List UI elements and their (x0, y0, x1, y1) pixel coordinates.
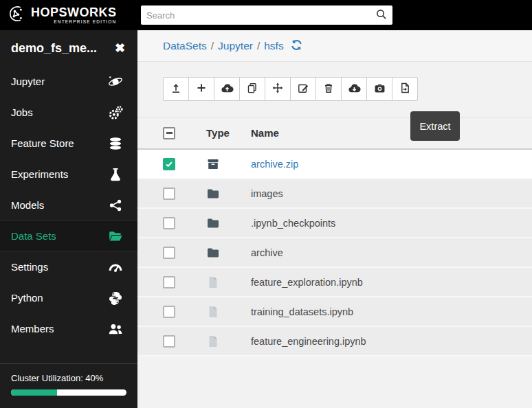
file-toolbar (163, 77, 417, 101)
file-icon (206, 275, 251, 289)
main-content: DataSets / Jupyter / hsfs (137, 30, 532, 408)
project-header: demo_fs_me... ✖ (0, 30, 137, 66)
hopsworks-logo[interactable]: HOPSWORKS ENTERPRISE EDITION (0, 4, 137, 26)
select-all-checkbox[interactable] (163, 127, 175, 139)
cluster-utilization: Cluster Utilization: 40% (0, 363, 137, 408)
create-new-button[interactable] (188, 77, 214, 101)
move-button[interactable] (265, 77, 291, 101)
people-icon (107, 321, 124, 337)
file-name[interactable]: training_datasets.ipynb (251, 306, 353, 317)
table-row[interactable]: images (137, 179, 532, 209)
gears-icon (107, 104, 124, 121)
edit-button[interactable] (290, 77, 316, 101)
row-checkbox[interactable] (163, 247, 175, 259)
folder-icon (206, 216, 251, 230)
top-bar: HOPSWORKS ENTERPRISE EDITION (0, 0, 532, 30)
archive-file-icon (206, 157, 251, 171)
breadcrumb-separator: / (211, 40, 214, 52)
upload-button[interactable] (163, 77, 189, 101)
logo-title: HOPSWORKS (31, 6, 117, 19)
cluster-progress-track (11, 389, 126, 396)
file-icon (206, 305, 251, 319)
search-icon[interactable] (375, 8, 387, 23)
sidebar: demo_fs_me... ✖ Jupyter Jobs Feature Sto… (0, 30, 137, 408)
breadcrumb-datasets[interactable]: DataSets (163, 40, 207, 52)
sidebar-item-label: Settings (11, 261, 48, 273)
sidebar-item-label: Jobs (11, 106, 33, 118)
file-name[interactable]: archive (251, 247, 283, 258)
extract-tooltip: Extract (410, 111, 460, 141)
delete-button[interactable] (315, 77, 342, 101)
camera-icon (373, 82, 386, 97)
refresh-button[interactable] (290, 39, 304, 53)
cloud-upload-button[interactable] (214, 77, 240, 101)
file-name[interactable]: feature_engineering.ipynb (251, 336, 366, 347)
table-header: Type Name (137, 117, 532, 150)
table-row[interactable]: training_datasets.ipynb (137, 297, 532, 327)
upload-icon (170, 82, 182, 96)
cloud-upload-icon (221, 82, 234, 97)
row-checkbox[interactable] (163, 306, 175, 318)
refresh-icon (290, 38, 303, 54)
breadcrumb-jupyter[interactable]: Jupyter (218, 40, 253, 52)
model-nodes-icon (107, 197, 124, 214)
breadcrumb: DataSets / Jupyter / hsfs (137, 30, 532, 62)
convert-file-button[interactable] (392, 77, 418, 101)
table-row[interactable]: archive (137, 238, 532, 268)
copy-icon (246, 82, 258, 96)
folder-icon (206, 187, 251, 201)
search-input[interactable] (146, 10, 375, 21)
file-name[interactable]: feature_exploration.ipynb (251, 277, 363, 288)
gauge-icon (107, 259, 124, 275)
file-name-link[interactable]: archive.zip (251, 159, 298, 170)
row-checkbox[interactable] (163, 276, 175, 288)
sidebar-item-experiments[interactable]: Experiments (0, 159, 137, 190)
sidebar-item-label: Jupyter (11, 76, 45, 87)
row-checkbox[interactable] (163, 158, 175, 170)
table-row[interactable]: archive.zip (137, 150, 532, 179)
table-row[interactable]: feature_engineering.ipynb (137, 327, 532, 356)
sidebar-item-feature-store[interactable]: Feature Store (0, 128, 137, 159)
sidebar-item-data-sets[interactable]: Data Sets (0, 220, 137, 251)
row-checkbox[interactable] (163, 335, 175, 348)
sidebar-item-label: Members (11, 323, 54, 335)
sidebar-item-members[interactable]: Members (0, 313, 137, 344)
flask-icon (107, 166, 124, 183)
close-project-icon[interactable]: ✖ (115, 41, 125, 56)
edit-icon (297, 82, 309, 96)
sidebar-item-label: Models (11, 199, 44, 211)
column-header-type: Type (206, 127, 251, 139)
sidebar-item-jupyter[interactable]: Jupyter (0, 66, 137, 97)
logo-subtitle: ENTERPRISE EDITION (54, 19, 116, 24)
breadcrumb-separator: / (257, 40, 260, 52)
trash-icon (322, 82, 335, 96)
snapshot-button[interactable] (366, 77, 392, 101)
breadcrumb-hsfs[interactable]: hsfs (264, 40, 283, 52)
file-icon (206, 335, 251, 348)
file-name[interactable]: images (251, 188, 283, 199)
file-name[interactable]: .ipynb_checkpoints (251, 218, 335, 229)
table-row[interactable]: feature_exploration.ipynb (137, 268, 532, 297)
row-checkbox[interactable] (163, 217, 175, 229)
open-folder-icon (107, 228, 124, 245)
column-header-name: Name (251, 127, 532, 139)
jupyter-icon (107, 73, 124, 90)
sidebar-item-label: Data Sets (11, 230, 56, 242)
move-icon (271, 82, 284, 96)
convert-file-icon (399, 82, 411, 96)
global-search[interactable] (141, 5, 392, 25)
sidebar-item-jobs[interactable]: Jobs (0, 97, 137, 128)
brain-logo-icon (7, 4, 26, 26)
sidebar-item-label: Python (11, 292, 43, 304)
copy-button[interactable] (239, 77, 265, 101)
sidebar-item-models[interactable]: Models (0, 190, 137, 220)
sidebar-item-python[interactable]: Python (0, 282, 137, 313)
cloud-download-button[interactable] (341, 77, 367, 101)
sidebar-item-label: Feature Store (11, 137, 74, 149)
cluster-utilization-label: Cluster Utilization: 40% (11, 373, 126, 383)
plus-icon (195, 82, 208, 96)
sidebar-item-settings[interactable]: Settings (0, 251, 137, 282)
table-row[interactable]: .ipynb_checkpoints (137, 209, 532, 238)
row-checkbox[interactable] (163, 188, 175, 200)
cloud-download-icon (348, 82, 361, 97)
